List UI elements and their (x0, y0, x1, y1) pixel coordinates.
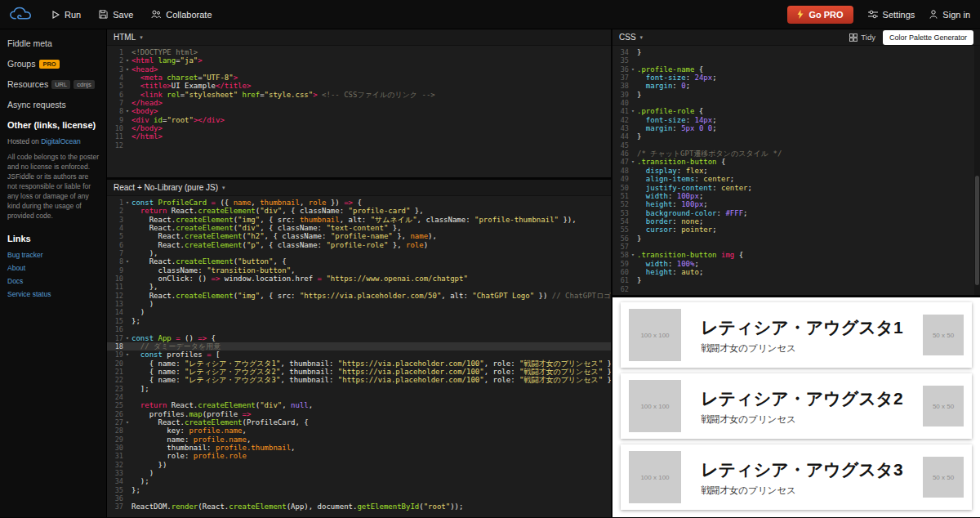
code-line[interactable]: 1▾const ProfileCard = ({ name, thumbnail… (107, 199, 611, 207)
code-line[interactable]: 4 React.createElement("div", { className… (107, 224, 611, 232)
code-line[interactable]: 11 }, (107, 283, 611, 291)
sign-in-button[interactable]: Sign in (929, 10, 970, 20)
code-line[interactable]: 8▾<body> (107, 107, 611, 115)
css-scrollbar-thumb[interactable] (975, 176, 979, 285)
sidebar-item-resources[interactable]: ResourcesURLcdnjs (7, 79, 99, 89)
fold-arrow-icon[interactable]: ▾ (123, 56, 131, 65)
fold-arrow-icon[interactable]: ▾ (123, 351, 131, 359)
code-line[interactable]: 25 return React.createElement("div", nul… (107, 401, 611, 409)
code-line[interactable]: 30 thumbnail: profile.thumbnail, (107, 444, 611, 452)
transition-button[interactable]: 50 x 50 (923, 386, 964, 426)
code-line[interactable]: 33 ) (107, 469, 611, 477)
code-line[interactable]: 1<!DOCTYPE html> (107, 48, 611, 56)
code-line[interactable]: 12 React.createElement("img", { src: "ht… (107, 292, 611, 300)
fold-arrow-icon[interactable]: ▾ (123, 107, 131, 115)
code-line[interactable]: 22 { name: "レティシア・アウグスタ3", thumbnail: "h… (107, 376, 611, 384)
code-line[interactable]: 38 margin: 0; (612, 82, 980, 90)
code-line[interactable]: 35}; (107, 486, 611, 494)
code-line[interactable]: 9<div id="root"></div> (107, 116, 611, 124)
code-line[interactable]: 37ReactDOM.render(React.createElement(Ap… (107, 502, 611, 511)
fold-arrow-icon[interactable]: ▾ (629, 65, 637, 74)
fold-arrow-icon[interactable]: ▾ (123, 334, 131, 342)
color-palette-generator-button[interactable]: Color Palette Generator (883, 30, 973, 45)
code-line[interactable]: 3 React.createElement("img", { src: thum… (107, 216, 611, 224)
tidy-button[interactable]: Tidy (849, 33, 875, 42)
code-line[interactable]: 36 (107, 494, 611, 502)
code-line[interactable]: 2 return React.createElement("div", { cl… (107, 207, 611, 215)
code-line[interactable]: 41▾.profile-role { (612, 107, 980, 115)
sidebar-item-other[interactable]: Other (links, license) (7, 120, 99, 130)
run-button[interactable]: Run (52, 10, 81, 20)
code-line[interactable]: 55 cursor: pointer; (612, 226, 980, 234)
code-line[interactable]: 26 profiles.map(profile => (107, 410, 611, 418)
digitalocean-link[interactable]: DigitalOcean (41, 137, 81, 145)
code-line[interactable]: 10</body> (107, 124, 611, 132)
code-line[interactable]: 3▾<head> (107, 65, 611, 74)
code-line[interactable]: 5 <title>UI Example</title> (107, 82, 611, 90)
code-line[interactable]: 6 React.createElement("p", { className: … (107, 241, 611, 249)
code-line[interactable]: 57 (612, 243, 980, 251)
link-bug-tracker[interactable]: Bug tracker (7, 251, 99, 259)
sidebar-item-fiddle-meta[interactable]: Fiddle meta (7, 38, 99, 48)
code-line[interactable]: 34} (612, 48, 980, 56)
code-line[interactable]: 61} (612, 276, 980, 284)
fold-arrow-icon[interactable]: ▾ (123, 199, 131, 207)
fold-arrow-icon[interactable]: ▾ (123, 418, 131, 426)
link-service-status[interactable]: Service status (7, 290, 99, 298)
code-line[interactable]: 7</head> (107, 99, 611, 107)
sidebar-item-async-requests[interactable]: Async requests (7, 100, 99, 109)
code-line[interactable]: 35 (612, 56, 980, 65)
save-button[interactable]: Save (99, 10, 133, 20)
html-editor[interactable]: 1<!DOCTYPE html>2▾<html lang="ja">3▾<hea… (107, 46, 611, 177)
sidebar-item-groups[interactable]: GroupsPRO (7, 59, 99, 69)
code-line[interactable]: 48 display: flex; (612, 167, 980, 175)
js-panel-header[interactable]: React + No-Library (pure JS) ▾ (107, 180, 611, 196)
code-line[interactable]: 47▾.transition-button { (612, 158, 980, 166)
transition-button[interactable]: 50 x 50 (923, 315, 964, 355)
fold-arrow-icon[interactable]: ▾ (123, 65, 131, 74)
code-line[interactable]: 11</html> (107, 132, 611, 141)
code-line[interactable]: 42 font-size: 14px; (612, 116, 980, 124)
link-docs[interactable]: Docs (7, 277, 99, 285)
code-line[interactable]: 50 justify-content: center; (612, 184, 980, 192)
fold-arrow-icon[interactable]: ▾ (629, 107, 637, 115)
fold-arrow-icon[interactable]: ▾ (123, 257, 131, 266)
code-line[interactable]: 60 height: auto; (612, 268, 980, 276)
code-line[interactable]: 28 key: profile.name, (107, 426, 611, 435)
code-line[interactable]: 54 border: none; (612, 217, 980, 226)
code-line[interactable]: 46/* チャットGPT遷移ボタンのスタイル */ (612, 150, 980, 158)
code-line[interactable]: 5 React.createElement("h2", { className:… (107, 232, 611, 240)
css-editor[interactable]: 34}3536▾.profile-name {37 font-size: 24p… (612, 46, 980, 295)
code-line[interactable]: 9 className: "transition-button", (107, 266, 611, 275)
code-line[interactable]: 27▾ React.createElement(ProfileCard, { (107, 418, 611, 426)
code-line[interactable]: 62 (612, 285, 980, 293)
code-line[interactable]: 34 ); (107, 477, 611, 485)
code-line[interactable]: 52 height: 100px; (612, 200, 980, 208)
code-line[interactable]: 59 width: 100%; (612, 260, 980, 268)
code-line[interactable]: 36▾.profile-name { (612, 65, 980, 74)
code-line[interactable]: 23 ]; (107, 385, 611, 393)
code-line[interactable]: 45 (612, 141, 980, 150)
transition-button[interactable]: 50 x 50 (923, 457, 964, 498)
go-pro-button[interactable]: Go PRO (787, 6, 853, 24)
code-line[interactable]: 29 name: profile.name, (107, 435, 611, 444)
css-scrollbar[interactable] (974, 46, 980, 295)
settings-button[interactable]: Settings (868, 10, 915, 20)
code-line[interactable]: 16 (107, 325, 611, 333)
code-line[interactable]: 53 background-color: #FFF; (612, 209, 980, 217)
fold-arrow-icon[interactable]: ▾ (629, 158, 637, 166)
code-line[interactable]: 4 <meta charset="UTF-8"> (107, 74, 611, 82)
jsfiddle-logo[interactable] (10, 7, 34, 22)
code-line[interactable]: 14 ) (107, 308, 611, 316)
fold-arrow-icon[interactable]: ▾ (629, 251, 637, 259)
code-line[interactable]: 10 onClick: () => window.location.href =… (107, 275, 611, 283)
link-about[interactable]: About (7, 264, 99, 272)
code-line[interactable]: 49 align-items: center; (612, 175, 980, 183)
html-panel-header[interactable]: HTML ▾ (107, 29, 611, 46)
css-panel-header[interactable]: CSS ▾ Tidy Color Palette Generator (612, 29, 980, 46)
code-line[interactable]: 56} (612, 234, 980, 243)
code-line[interactable]: 58▾.transition-button img { (612, 251, 980, 259)
code-line[interactable]: 20 { name: "レティシア・アウグスタ1", thumbnail: "h… (107, 359, 611, 368)
code-line[interactable]: 24 (107, 393, 611, 401)
code-line[interactable]: 43 margin: 5px 0 0; (612, 124, 980, 132)
